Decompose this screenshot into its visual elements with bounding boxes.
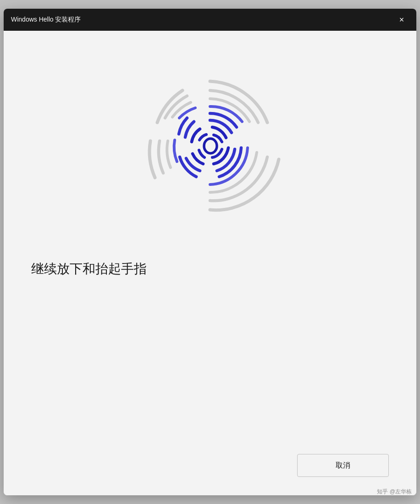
instruction-text: 继续放下和抬起手指: [31, 260, 147, 278]
main-content: 继续放下和抬起手指: [4, 31, 416, 445]
close-button[interactable]: ×: [394, 12, 409, 27]
window: Windows Hello 安装程序 ×: [4, 9, 416, 495]
cancel-button[interactable]: 取消: [297, 454, 389, 477]
fingerprint-icon: [132, 67, 288, 224]
footer: 取消: [4, 445, 416, 495]
watermark: 知乎 @左华栋: [377, 488, 412, 496]
titlebar: Windows Hello 安装程序 ×: [4, 9, 416, 31]
fingerprint-container: [31, 67, 389, 224]
svg-point-0: [204, 139, 217, 153]
window-title: Windows Hello 安装程序: [11, 16, 81, 24]
